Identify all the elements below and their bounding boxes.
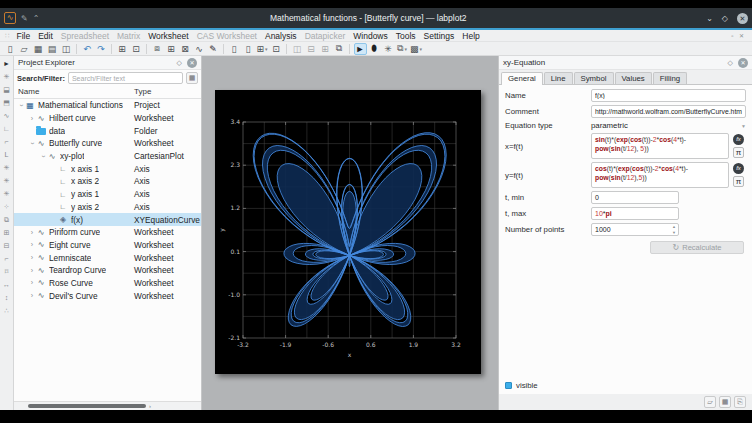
menu-tools[interactable]: Tools <box>392 31 420 41</box>
new-workbook-button[interactable]: ⊡ <box>130 43 143 55</box>
duplicate-page-button[interactable]: ▯ <box>242 43 255 55</box>
frame-tool-button[interactable]: ⧉ <box>1 214 12 225</box>
zoom-fit-button[interactable]: ⧉▾ <box>396 43 409 55</box>
menu-settings[interactable]: Settings <box>420 31 459 41</box>
tree-row-devil-s-curve[interactable]: ›∿Devil's CurveWorksheet <box>14 289 201 302</box>
filter-options-button[interactable]: ▦ <box>186 72 198 84</box>
tree-row-xy-plot[interactable]: ›∿xy-plotCartesianPlot <box>14 150 201 163</box>
save-project-button[interactable]: ▦ <box>32 43 45 55</box>
mdi-window-buttons[interactable]: ▫ ✕ <box>731 32 750 39</box>
expander-icon[interactable]: › <box>18 101 25 109</box>
zoom-mode-button[interactable]: ⬮ <box>368 43 381 55</box>
expander-icon[interactable]: › <box>28 279 36 286</box>
tree-row-mathematical-functions[interactable]: ›▦Mathematical functionsProject <box>14 99 201 112</box>
menu-help[interactable]: Help <box>458 31 483 41</box>
print-button[interactable]: ▤ <box>46 43 59 55</box>
insert-constant-button[interactable]: π <box>733 176 744 187</box>
fit-page-button[interactable]: ⊡ <box>270 43 283 55</box>
new-worksheet-button[interactable]: ⊠ <box>179 43 192 55</box>
tree-row-hilbert-curve[interactable]: ›∿Hilbert curveWorksheet <box>14 112 201 125</box>
menu-windows[interactable]: Windows <box>349 31 391 41</box>
axis-tool-button[interactable]: ∟ <box>1 123 12 134</box>
insert-function-button[interactable]: fx <box>733 134 744 145</box>
menu-file[interactable]: File <box>12 31 34 41</box>
expander-icon[interactable]: › <box>28 229 36 236</box>
recalculate-button[interactable]: ↻ Recalculate <box>650 241 744 254</box>
column-type[interactable]: Type <box>130 86 201 98</box>
shape-h-button[interactable]: ⬓ <box>1 84 12 95</box>
visible-checkbox[interactable] <box>505 382 512 389</box>
maximize-button[interactable]: ◇ <box>722 14 728 23</box>
tree-row-f-x[interactable]: ◈f(x)XYEquationCurve <box>14 213 201 226</box>
zoom-in-button[interactable]: ✳ <box>1 162 12 173</box>
tree-row-butterfly-curve[interactable]: ›∿Butterfly curveWorksheet <box>14 137 201 150</box>
expander-icon[interactable]: › <box>40 152 47 160</box>
y-equation-input[interactable]: cos(t)*(exp(cos(t))-2*cos(4*t)-pow(sin(t… <box>591 162 729 188</box>
new-curve-button[interactable]: ∿ <box>193 43 206 55</box>
new-page-button[interactable]: ▯ <box>228 43 241 55</box>
break-layout-button[interactable]: ⧉ <box>333 43 346 55</box>
expander-icon[interactable]: › <box>28 254 36 261</box>
undo-button[interactable]: ↶ <box>81 43 94 55</box>
expander-icon[interactable]: › <box>28 115 36 122</box>
menu-analysis[interactable]: Analysis <box>261 31 301 41</box>
zoom-out-button[interactable]: ✳ <box>1 175 12 186</box>
shade-icon[interactable]: ⌃ <box>33 14 40 23</box>
redo-button[interactable]: ↷ <box>95 43 108 55</box>
new-spreadsheet-button[interactable]: ⧈ <box>151 43 164 55</box>
insert-constant-button[interactable]: π <box>733 147 744 158</box>
new-document-button[interactable]: ▯ <box>4 43 17 55</box>
expander-icon[interactable]: › <box>28 267 36 274</box>
shift-v-button[interactable]: ↕ <box>1 292 12 303</box>
tree-row-lemniscate[interactable]: ›∿LemniscateWorksheet <box>14 251 201 264</box>
insert-function-button[interactable]: fx <box>733 163 744 174</box>
axis-bottom-button[interactable]: ⌐ <box>1 136 12 147</box>
cartesian-plot[interactable]: -3.23.4-1.92.3-0.61.20.60.11.9-1.03.2-2.… <box>215 90 481 374</box>
t-max-input[interactable]: 10*pi <box>591 207 679 220</box>
curve-tool-button[interactable]: ∿ <box>1 110 12 121</box>
frame-corner-button[interactable]: ⌐ <box>1 253 12 264</box>
worksheet-page[interactable]: -3.23.4-1.92.3-0.61.20.60.11.9-1.03.2-2.… <box>215 90 481 374</box>
close-dock-icon[interactable]: ✕ <box>187 58 197 68</box>
tree-row-y-axis-1[interactable]: ∟y axis 1Axis <box>14 188 201 201</box>
name-input[interactable] <box>591 89 746 102</box>
tree-column-header[interactable]: Name Type <box>14 86 201 99</box>
frame-dash-button[interactable]: ⌑ <box>1 266 12 277</box>
worksheet-view[interactable]: -3.23.4-1.92.3-0.61.20.60.11.9-1.03.2-2.… <box>202 56 498 410</box>
tree-row-x-axis-2[interactable]: ∟x axis 2Axis <box>14 175 201 188</box>
tab-values[interactable]: Values <box>615 72 652 84</box>
load-template-button[interactable]: ▱ <box>704 396 716 408</box>
print-preview-button[interactable]: ◫ <box>60 43 73 55</box>
tree-row-eight-curve[interactable]: ›∿Eight curveWorksheet <box>14 239 201 252</box>
tree-row-piriform-curve[interactable]: ›∿Piriform curveWorksheet <box>14 226 201 239</box>
column-name[interactable]: Name <box>14 86 130 98</box>
shape-v-button[interactable]: ⬒ <box>1 97 12 108</box>
scrollbar-arrow-icon[interactable]: › <box>149 402 151 410</box>
expander-icon[interactable]: › <box>28 241 36 248</box>
shift-h-button[interactable]: ↔ <box>1 279 12 290</box>
new-folder-button[interactable]: ⊞ <box>116 43 129 55</box>
x-equation-input[interactable]: sin(t)*(exp(cos(t))-2*cos(4*t)-pow(sin(t… <box>591 133 729 159</box>
copy-properties-button[interactable]: ⎘ <box>734 396 746 408</box>
search-filter-input[interactable] <box>68 72 183 84</box>
horizontal-layout-button[interactable]: ⊟ <box>305 43 318 55</box>
expander-icon[interactable]: › <box>29 139 36 147</box>
axis-left-button[interactable]: L <box>1 149 12 160</box>
tree-row-data[interactable]: dataFolder <box>14 124 201 137</box>
vertical-layout-button[interactable]: ◫ <box>291 43 304 55</box>
tab-line[interactable]: Line <box>544 72 573 84</box>
zoom-select-button[interactable]: ✳ <box>382 43 395 55</box>
scrollbar-thumb[interactable] <box>28 404 146 408</box>
tree-row-y-axis-2[interactable]: ∟y axis 2Axis <box>14 201 201 214</box>
magnification-button[interactable]: ▩▾ <box>410 43 423 55</box>
comment-input[interactable] <box>591 105 746 118</box>
grid-dots-button[interactable]: ∴ <box>1 305 12 316</box>
spinbox-arrows-icon[interactable]: ▲▼ <box>672 224 676 236</box>
zoom-area-button[interactable]: ✳ <box>1 188 12 199</box>
tree-row-rose-curve[interactable]: ›∿Rose CurveWorksheet <box>14 277 201 290</box>
float-dock-icon[interactable]: ◇ <box>177 59 182 67</box>
select-mode-button[interactable]: ► <box>354 43 367 55</box>
new-matrix-button[interactable]: ⊞ <box>165 43 178 55</box>
close-dock-icon[interactable]: ✕ <box>738 58 748 68</box>
close-button[interactable]: ✕ <box>737 13 748 24</box>
